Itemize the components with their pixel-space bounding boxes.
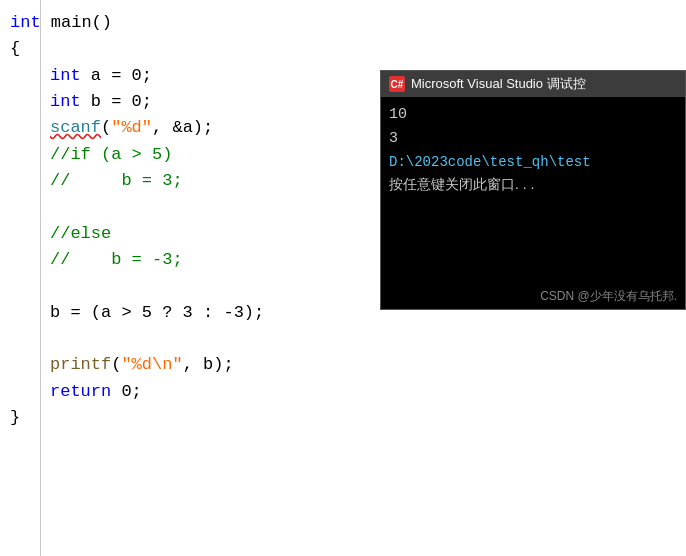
code-line-close-brace: } <box>0 405 686 431</box>
console-title: Microsoft Visual Studio 调试控 <box>411 75 586 93</box>
code-line-return: return 0; <box>0 379 686 405</box>
console-output-3: 3 <box>389 127 677 151</box>
console-message: 按任意键关闭此窗口. . . <box>389 173 677 195</box>
console-titlebar: C# Microsoft Visual Studio 调试控 <box>381 71 685 97</box>
console-footer: CSDN @少年没有乌托邦. <box>381 286 685 309</box>
keyword-int: int <box>10 10 41 36</box>
code-line-open-brace: { <box>0 36 686 62</box>
code-line-printf: printf("%d\n", b); <box>0 352 686 378</box>
code-line-main: int main() <box>0 10 686 36</box>
vs-icon: C# <box>389 76 405 92</box>
code-line-empty3 <box>0 326 686 352</box>
console-body: 10 3 D:\2023code\test_qh\test 按任意键关闭此窗口.… <box>381 97 685 286</box>
console-output-10: 10 <box>389 103 677 127</box>
console-panel: C# Microsoft Visual Studio 调试控 10 3 D:\2… <box>380 70 686 310</box>
console-path: D:\2023code\test_qh\test <box>389 151 677 173</box>
